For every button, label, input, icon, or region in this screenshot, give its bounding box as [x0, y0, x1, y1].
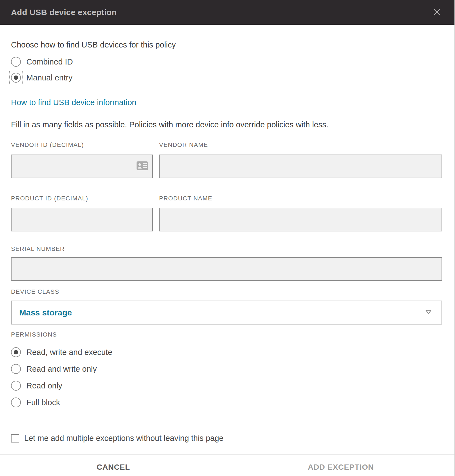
radio-option-combined-id[interactable]: Combined ID	[11, 57, 442, 67]
radio-read-only-label: Read only	[26, 381, 62, 390]
vendor-id-label: VENDOR ID (DECIMAL)	[11, 141, 153, 149]
multiple-exceptions-row[interactable]: Let me add multiple exceptions without l…	[11, 434, 442, 443]
radio-option-full-block[interactable]: Full block	[11, 397, 442, 407]
device-class-dropdown[interactable]: Mass storage	[11, 301, 442, 324]
radio-manual-entry[interactable]	[11, 73, 21, 83]
help-link[interactable]: How to find USB device information	[11, 98, 136, 107]
chevron-down-icon	[425, 309, 432, 316]
device-class-label: DEVICE CLASS	[11, 288, 442, 295]
serial-number-label: SERIAL NUMBER	[11, 245, 442, 253]
radio-read-write-execute[interactable]	[11, 347, 21, 357]
radio-full-block[interactable]	[11, 397, 21, 407]
radio-option-read-write-execute[interactable]: Read, write and execute	[11, 347, 442, 357]
device-class-value: Mass storage	[19, 308, 72, 317]
cancel-button[interactable]: CANCEL	[0, 455, 227, 476]
radio-option-read-only[interactable]: Read only	[11, 381, 442, 391]
radio-manual-entry-label: Manual entry	[26, 73, 73, 82]
dialog-header: Add USB device exception	[0, 0, 454, 25]
permissions-label: PERMISSIONS	[11, 331, 442, 338]
radio-read-only[interactable]	[11, 381, 21, 391]
close-icon	[432, 7, 442, 18]
radio-read-write-only[interactable]	[11, 364, 21, 374]
multiple-exceptions-label: Let me add multiple exceptions without l…	[24, 434, 223, 443]
radio-combined-id[interactable]	[11, 57, 21, 67]
choose-method-heading: Choose how to find USB devices for this …	[11, 40, 442, 49]
dialog-title: Add USB device exception	[11, 8, 117, 17]
radio-read-write-only-label: Read and write only	[26, 365, 97, 374]
product-id-input[interactable]	[11, 208, 153, 231]
radio-combined-id-label: Combined ID	[26, 57, 73, 66]
product-name-input[interactable]	[159, 208, 442, 231]
radio-full-block-label: Full block	[26, 398, 60, 407]
vendor-name-label: VENDOR NAME	[159, 141, 442, 149]
multiple-exceptions-checkbox[interactable]	[11, 434, 19, 443]
serial-number-input[interactable]	[11, 257, 442, 281]
radio-option-read-write-only[interactable]: Read and write only	[11, 364, 442, 374]
add-exception-button[interactable]: ADD EXCEPTION	[227, 455, 454, 476]
vendor-name-input[interactable]	[159, 155, 442, 178]
vendor-id-input[interactable]	[11, 155, 153, 178]
product-id-label: PRODUCT ID (DECIMAL)	[11, 195, 153, 202]
dialog-footer: CANCEL ADD EXCEPTION	[0, 454, 454, 476]
radio-option-manual-entry[interactable]: Manual entry	[11, 73, 442, 83]
add-usb-exception-dialog: Add USB device exception Choose how to f…	[0, 0, 455, 476]
instructions-text: Fill in as many fields as possible. Poli…	[11, 120, 442, 129]
close-button[interactable]	[431, 7, 442, 18]
product-name-label: PRODUCT NAME	[159, 195, 442, 202]
radio-read-write-execute-label: Read, write and execute	[26, 348, 112, 357]
